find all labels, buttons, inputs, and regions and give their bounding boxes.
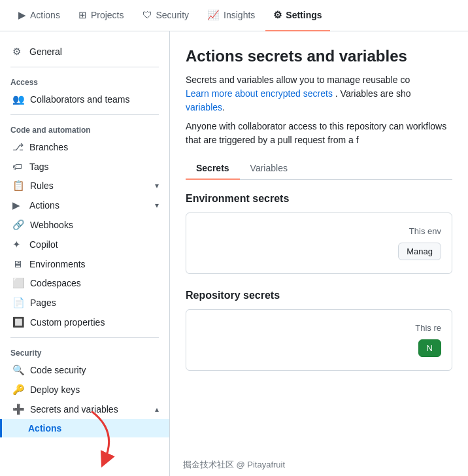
manage-button[interactable]: Manag [398,243,441,260]
sidebar-item-secrets-and-variables[interactable]: ➕ Secrets and variables ▴ [0,400,169,419]
repository-secrets-title: Repository secrets [186,290,452,301]
actions-label: Actions [29,200,59,211]
sidebar-item-actions[interactable]: ▶ Actions ▾ [0,196,169,215]
main-content: Actions secrets and variables Secrets an… [170,31,468,476]
top-navigation: ▶ Actions ⊞ Projects 🛡 Security 📈 Insigh… [0,0,468,31]
custom-properties-label: Custom properties [30,317,105,328]
branch-icon: ⎇ [12,141,24,153]
sidebar: ⚙ General Access 👥 Collaborators and tea… [0,31,170,476]
sidebar-item-pages[interactable]: 📄 Pages [0,293,169,313]
sidebar-divider-3 [10,337,159,338]
pages-label: Pages [30,298,56,308]
repository-new-row: N [197,339,441,357]
projects-nav-label: Projects [91,10,124,20]
sidebar-item-custom-properties[interactable]: 🔲 Custom properties [0,313,169,332]
new-secret-button[interactable]: N [418,339,441,357]
environment-secrets-box: This env Manag [186,212,452,274]
codespaces-label: Codespaces [30,278,81,288]
environment-box-text: This env [197,226,441,236]
tag-icon: 🏷 [12,161,24,172]
projects-nav-icon: ⊞ [78,9,87,21]
security-section-label: Security [0,343,169,360]
collaborators-label: Collaborators and teams [30,94,130,105]
security-nav-icon: 🛡 [142,9,152,20]
actions-nav-icon: ▶ [18,9,26,21]
actions-sub-label: Actions [28,423,61,434]
access-section-label: Access [0,73,169,90]
page-title: Actions secrets and variables [186,47,452,65]
sidebar-item-branches[interactable]: ⎇ Branches [0,137,169,157]
code-security-icon: 🔍 [12,364,25,376]
sidebar-divider-1 [10,67,159,67]
webhook-icon: 🔗 [12,219,25,231]
nav-security[interactable]: 🛡 Security [135,0,197,31]
code-security-label: Code security [30,365,86,375]
copilot-icon: ✦ [12,239,24,250]
sidebar-item-tags[interactable]: 🏷 Tags [0,157,169,176]
settings-nav-icon: ⚙ [273,9,282,21]
secrets-variables-tabs: Secrets Variables [186,158,452,180]
rules-icon: 📋 [12,180,25,192]
deploy-keys-icon: 🔑 [12,384,25,396]
environment-manage-row: Manag [197,243,441,260]
sidebar-item-codespaces[interactable]: ⬜ Codespaces [0,273,169,293]
people-icon: 👥 [12,94,25,105]
sidebar-item-copilot[interactable]: ✦ Copilot [0,235,169,254]
sidebar-item-rules[interactable]: 📋 Rules ▾ [0,176,169,196]
main-description-2: Anyone with collaborator access to this … [186,120,452,147]
rules-chevron-icon: ▾ [155,181,159,190]
repository-box-text: This re [197,323,441,333]
sidebar-item-collaborators[interactable]: 👥 Collaborators and teams [0,90,169,109]
codespaces-icon: ⬜ [12,277,25,289]
secrets-chevron-icon: ▴ [155,405,159,414]
tags-label: Tags [29,162,49,172]
pages-icon: 📄 [12,297,25,309]
encrypted-secrets-link[interactable]: Learn more about encrypted secrets [186,88,333,99]
actions-icon: ▶ [12,199,24,211]
nav-insights[interactable]: 📈 Insights [199,0,263,31]
tab-secrets[interactable]: Secrets [186,158,240,180]
environments-label: Environments [29,259,86,269]
description-text: Secrets and variables allow you to manag… [186,75,410,85]
sidebar-item-general[interactable]: ⚙ General [0,42,169,61]
sidebar-subitem-actions[interactable]: Actions [0,419,169,437]
sidebar-item-code-security[interactable]: 🔍 Code security [0,360,169,380]
actions-nav-label: Actions [30,10,60,20]
tab-variables[interactable]: Variables [240,158,298,180]
desc-suffix: . Variables are sho [335,88,411,99]
code-automation-section-label: Code and automation [0,120,169,137]
settings-nav-label: Settings [286,10,322,20]
sidebar-item-webhooks[interactable]: 🔗 Webhooks [0,215,169,235]
sidebar-divider-2 [10,114,159,115]
insights-nav-label: Insights [224,10,255,20]
gear-icon: ⚙ [12,46,24,58]
rules-label: Rules [30,180,54,191]
variables-link[interactable]: variables [186,102,222,112]
nav-actions[interactable]: ▶ Actions [10,0,68,31]
nav-projects[interactable]: ⊞ Projects [71,0,132,31]
webhooks-label: Webhooks [30,220,73,230]
actions-chevron-icon: ▾ [155,201,159,210]
repository-secrets-box: This re N [186,309,452,371]
nav-settings[interactable]: ⚙ Settings [265,0,329,31]
sidebar-item-environments[interactable]: 🖥 Environments [0,254,169,273]
sidebar-item-deploy-keys[interactable]: 🔑 Deploy keys [0,380,169,400]
deploy-keys-label: Deploy keys [30,384,80,395]
branches-label: Branches [29,142,68,152]
page-layout: ⚙ General Access 👥 Collaborators and tea… [0,31,468,476]
security-nav-label: Security [156,10,190,20]
custom-properties-icon: 🔲 [12,316,25,328]
secrets-icon: ➕ [12,403,25,415]
secrets-and-variables-label: Secrets and variables [30,404,118,415]
main-description: Secrets and variables allow you to manag… [186,73,452,114]
insights-nav-icon: 📈 [207,9,220,21]
environments-icon: 🖥 [12,258,24,269]
copilot-label: Copilot [29,239,58,250]
environment-secrets-title: Environment secrets [186,193,452,205]
general-label: General [29,46,62,57]
